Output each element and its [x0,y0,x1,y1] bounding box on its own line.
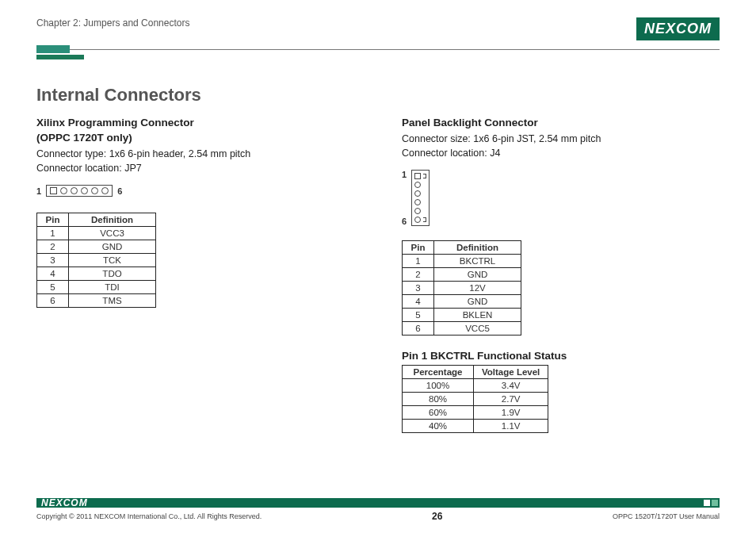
brand-text: NEXCOM [644,21,712,37]
cell-pct: 60% [403,406,474,420]
xilinx-desc-line1: Connector type: 1x6 6-pin header, 2.54 m… [36,147,354,161]
cell-def: 12V [434,282,521,295]
col-percentage-header: Percentage [403,366,474,379]
doc-title: OPPC 1520T/1720T User Manual [613,512,720,520]
table-row: 4TDO [37,267,156,281]
page-footer: NEXCOM Copyright © 2011 NEXCOM Internati… [36,498,720,522]
cell-def: BKCTRL [434,255,521,268]
xilinx-pin-table: Pin Definition 1VCC3 2GND 3TCK 4TDO 5TDI… [36,213,156,308]
pin-circle-icon [81,187,88,194]
xilinx-desc-line2: Connector location: JP7 [36,161,354,175]
table-row: 60%1.9V [403,406,548,420]
cell-volt: 3.4V [474,379,548,393]
cell-def: TDI [69,281,156,294]
backlight-desc-line1: Connector size: 1x6 6-pin JST, 2.54 mm p… [402,132,720,146]
cell-def: VCC3 [69,227,156,240]
table-row: 4GND [403,295,521,309]
table-row: 1VCC3 [37,227,156,240]
table-row: 100%3.4V [403,379,548,393]
pin-circle-icon [414,199,421,205]
cell-pin: 1 [403,255,434,268]
pin-circle-icon [414,217,421,223]
xilinx-heading-line2: (OPPC 1720T only) [36,132,354,144]
diag-label-6: 6 [117,186,122,196]
column-right: Panel Backlight Connector Connector size… [402,117,720,447]
diag-label-1: 1 [402,170,407,179]
backlight-desc-line2: Connector location: J4 [402,146,720,160]
header-line [70,49,720,50]
backlight-heading: Panel Backlight Connector [402,117,720,128]
cell-def: TCK [69,254,156,267]
cell-pin: 1 [37,227,69,240]
notch-icon [423,174,426,178]
footer-decoration-icon [704,500,720,506]
cell-volt: 2.7V [474,393,548,406]
deco-square-icon [704,500,710,506]
cell-pin: 4 [37,267,69,281]
xilinx-pin-diagram: 1 6 [36,185,354,197]
pin-square-icon [50,187,57,194]
cell-pin: 2 [403,268,434,282]
table-row: 40%1.1V [403,420,548,433]
cell-def: VCC5 [434,322,521,336]
col-def-header: Definition [434,241,521,255]
chapter-title: Chapter 2: Jumpers and Connectors [36,17,189,29]
copyright-text: Copyright © 2011 NEXCOM International Co… [36,512,262,520]
pin-circle-icon [414,182,421,188]
table-row: 5TDI [37,281,156,294]
cell-pin: 2 [37,240,69,254]
cell-pin: 6 [403,322,434,336]
pin-circle-icon [414,208,421,214]
cell-pin: 3 [403,282,434,295]
col-pin-header: Pin [403,241,434,255]
col-voltage-header: Voltage Level [474,366,548,379]
horizontal-connector-icon [46,185,113,197]
table-row: 312V [403,282,521,295]
cell-pin: 3 [37,254,69,267]
status-heading: Pin 1 BKCTRL Functional Status [402,350,720,362]
cell-def: BKLEN [434,309,521,322]
table-row: 3TCK [37,254,156,267]
section-title: Internal Connectors [36,85,720,105]
brand-logo: NEXCOM [636,17,720,40]
pin-circle-icon [60,187,67,194]
deco-square-icon [712,500,718,506]
cell-def: TMS [69,294,156,308]
table-row: 1BKCTRL [403,255,521,268]
cell-def: TDO [69,267,156,281]
cell-pct: 40% [403,420,474,433]
table-row: 6VCC5 [403,322,521,336]
backlight-pin-table: Pin Definition 1BKCTRL 2GND 312V 4GND 5B… [402,240,521,336]
cell-def: GND [434,268,521,282]
cell-pin: 4 [403,295,434,309]
cell-pct: 80% [403,393,474,406]
backlight-pin-diagram: 1 6 [402,170,720,226]
diag-label-6: 6 [402,217,407,226]
cell-pin: 5 [403,309,434,322]
header-accent-block [36,45,70,53]
cell-volt: 1.1V [474,420,548,433]
cell-pin: 6 [37,294,69,308]
cell-pin: 5 [37,281,69,294]
pin-circle-icon [91,187,98,194]
bkctrl-status-table: Percentage Voltage Level 100%3.4V 80%2.7… [402,365,548,433]
table-row: 2GND [403,268,521,282]
cell-def: GND [434,295,521,309]
notch-icon [423,217,426,222]
cell-pct: 100% [403,379,474,393]
col-pin-header: Pin [37,213,69,227]
header-rule [36,45,720,53]
table-row: 5BKLEN [403,309,521,322]
pin-square-icon [414,173,421,179]
table-row: 80%2.7V [403,393,548,406]
column-left: Xilinx Programming Connector (OPPC 1720T… [36,117,354,447]
cell-def: GND [69,240,156,254]
cell-volt: 1.9V [474,406,548,420]
pin-circle-icon [71,187,78,194]
pin-circle-icon [101,187,109,194]
vertical-connector-icon [411,170,430,226]
footer-brand-logo: NEXCOM [36,497,88,508]
col-def-header: Definition [69,213,156,227]
table-row: 6TMS [37,294,156,308]
header-green-tab [36,55,84,59]
